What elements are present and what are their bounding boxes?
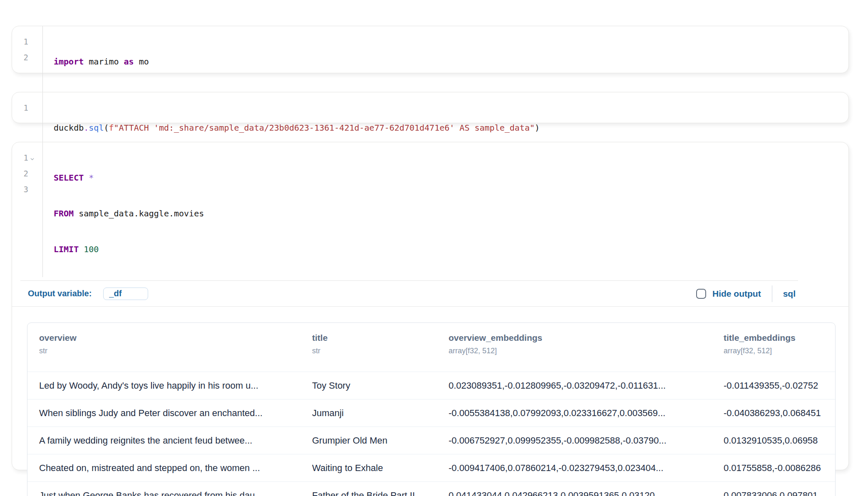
code-line: import marimo as mo: [54, 54, 149, 69]
code-content: SELECT * FROM sample_data.kaggle.movies …: [43, 142, 204, 277]
marimo-notebook: 1 2 import marimo as mo import duckdb 1 …: [0, 0, 868, 496]
string-token: "ATTACH 'md:_share/sample_data/23b0d623-…: [114, 123, 535, 133]
cell-title: Father of the Bride Part II: [312, 490, 449, 496]
cell-title-embeddings: -0.040386293,0.068451: [724, 408, 828, 419]
code-cell-attach: 1 duckdb.sql(f"ATTACH 'md:_share/sample_…: [12, 92, 849, 123]
table-header-row: overview str title str overview_embeddin…: [27, 323, 835, 372]
cell-overview-embeddings: -0.006752927,0.099952355,-0.009982588,-0…: [449, 435, 724, 446]
identifier-token: sample_data.kaggle.movies: [74, 208, 204, 218]
cell-overview-embeddings: 0.041433044,0.042966213,0.0039591365,0.0…: [449, 490, 724, 496]
line-number: 2: [12, 50, 42, 65]
column-header-overview-embeddings[interactable]: overview_embeddings array[f32, 512]: [449, 333, 724, 372]
keyword-token: LIMIT: [54, 244, 79, 254]
language-badge[interactable]: sql: [783, 289, 796, 299]
cell-title: Jumanji: [312, 408, 449, 419]
cell-title: Toy Story: [312, 380, 449, 391]
keyword-token: import: [54, 57, 84, 67]
keyword-token: as: [124, 57, 134, 67]
cell-title-embeddings: -0.011439355,-0.02752: [724, 380, 828, 391]
line-number: 1: [12, 100, 42, 116]
table-row[interactable]: Cheated on, mistreated and stepped on, t…: [27, 454, 835, 481]
column-name: title_embeddings: [724, 333, 828, 343]
column-name: overview: [39, 333, 312, 343]
line-number: 1: [12, 150, 42, 166]
cell-overview-embeddings: -0.0055384138,0.07992093,0.023316627,0.0…: [449, 408, 724, 419]
output-variable-row: Output variable: _df Hide output sql: [12, 281, 848, 306]
line-number-text: 1: [24, 150, 28, 166]
line-number: 2: [12, 166, 42, 181]
code-cell-sql: 1 2 3 SELECT * FROM sample_data.kaggle.m…: [12, 142, 849, 470]
column-header-overview[interactable]: overview str: [27, 333, 312, 372]
cell-title-embeddings: 0.0132910535,0.06958: [724, 435, 828, 446]
line-number-gutter: 1 2 3: [12, 142, 43, 277]
column-type: array[f32, 512]: [449, 347, 724, 355]
table-row[interactable]: Led by Woody, Andy's toys live happily i…: [27, 372, 835, 399]
code-line: FROM sample_data.kaggle.movies: [54, 206, 204, 221]
code-line: LIMIT 100: [54, 241, 204, 257]
column-name: overview_embeddings: [449, 333, 724, 343]
keyword-token: SELECT: [54, 173, 84, 183]
cell-title: Grumpier Old Men: [312, 435, 449, 446]
table-row[interactable]: When siblings Judy and Peter discover an…: [27, 399, 835, 427]
dataframe-table: overview str title str overview_embeddin…: [27, 322, 836, 496]
table-row[interactable]: Just when George Banks has recovered fro…: [27, 481, 835, 496]
cell-overview-embeddings: 0.023089351,-0.012809965,-0.03209472,-0.…: [449, 380, 724, 391]
fold-chevron-icon[interactable]: [30, 151, 35, 167]
cell-overview: Just when George Banks has recovered fro…: [27, 490, 312, 496]
column-header-title-embeddings[interactable]: title_embeddings array[f32, 512]: [724, 333, 828, 372]
code-line: SELECT *: [54, 170, 204, 186]
output-variable-label: Output variable:: [28, 289, 92, 298]
identifier-token: duckdb: [54, 123, 84, 133]
column-name: title: [312, 333, 449, 343]
cell-title-embeddings: 0.01755858,-0.0086286: [724, 463, 828, 474]
paren-token: ): [535, 123, 540, 133]
keyword-token: FROM: [54, 208, 74, 218]
column-type: str: [312, 347, 449, 355]
line-number: 3: [12, 181, 42, 197]
code-editor[interactable]: 1 2 3 SELECT * FROM sample_data.kaggle.m…: [12, 142, 848, 277]
identifier-token: mo: [134, 57, 149, 67]
function-token: sql: [89, 123, 104, 133]
table-row[interactable]: A family wedding reignites the ancient f…: [27, 427, 835, 454]
star-token: *: [84, 173, 94, 183]
operator-token: .: [84, 123, 89, 133]
column-type: str: [39, 347, 312, 355]
cell-overview: Cheated on, mistreated and stepped on, t…: [27, 463, 312, 474]
paren-token: (: [104, 123, 109, 133]
cell-output-controls: Hide output sql: [696, 281, 796, 306]
code-line: duckdb.sql(f"ATTACH 'md:_share/sample_da…: [54, 120, 540, 136]
cell-title: Waiting to Exhale: [312, 463, 449, 474]
cell-overview-embeddings: -0.009417406,0.07860214,-0.023279453,0.0…: [449, 463, 724, 474]
divider: [12, 306, 848, 307]
code-cell-imports: 1 2 import marimo as mo import duckdb: [12, 26, 849, 73]
cell-overview: A family wedding reignites the ancient f…: [27, 435, 312, 446]
hide-output-checkbox[interactable]: [696, 289, 706, 299]
divider: [772, 285, 772, 302]
cell-title-embeddings: 0.007833006,0.097801: [724, 490, 828, 496]
output-variable-input[interactable]: _df: [103, 288, 148, 300]
number-token: 100: [79, 244, 99, 254]
fstring-prefix-token: f: [109, 123, 114, 133]
line-number: 1: [12, 34, 42, 50]
hide-output-label[interactable]: Hide output: [712, 289, 761, 299]
column-header-title[interactable]: title str: [312, 333, 449, 372]
cell-overview: When siblings Judy and Peter discover an…: [27, 408, 312, 419]
column-type: array[f32, 512]: [724, 347, 828, 355]
identifier-token: marimo: [84, 57, 124, 67]
cell-overview: Led by Woody, Andy's toys live happily i…: [27, 380, 312, 391]
